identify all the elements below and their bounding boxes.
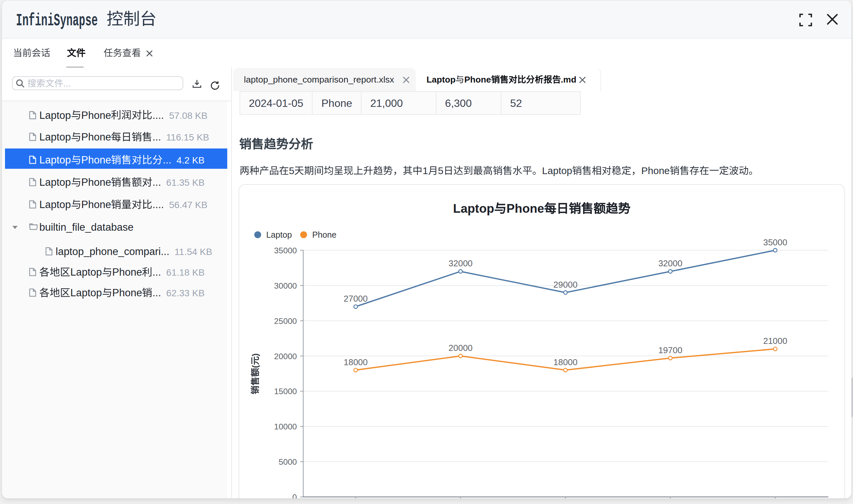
svg-text:18000: 18000 (554, 357, 577, 367)
svg-text:(: ( (250, 365, 260, 368)
svg-text:Phone: Phone (312, 230, 336, 239)
svg-text:Phone: Phone (506, 202, 544, 215)
svg-text:29000: 29000 (554, 280, 577, 290)
svg-text:27000: 27000 (344, 294, 367, 304)
svg-text:20000: 20000 (274, 352, 297, 361)
svg-text:0: 0 (292, 493, 297, 498)
svg-text:20000: 20000 (449, 343, 472, 353)
svg-text:25000: 25000 (274, 317, 297, 326)
svg-text:Laptop: Laptop (453, 202, 494, 215)
svg-text:18000: 18000 (344, 357, 367, 367)
svg-text:Laptop: Laptop (266, 230, 292, 239)
svg-text:32000: 32000 (449, 258, 472, 268)
svg-text:19700: 19700 (658, 345, 682, 355)
svg-text:35000: 35000 (763, 237, 787, 247)
svg-text:10000: 10000 (274, 422, 297, 431)
svg-text:5000: 5000 (279, 457, 297, 466)
svg-text:21000: 21000 (763, 336, 787, 346)
svg-text:): ) (250, 353, 260, 356)
svg-text:30000: 30000 (274, 281, 297, 290)
svg-text:15000: 15000 (274, 387, 297, 396)
svg-text:35000: 35000 (274, 246, 297, 255)
svg-text:32000: 32000 (658, 258, 682, 268)
